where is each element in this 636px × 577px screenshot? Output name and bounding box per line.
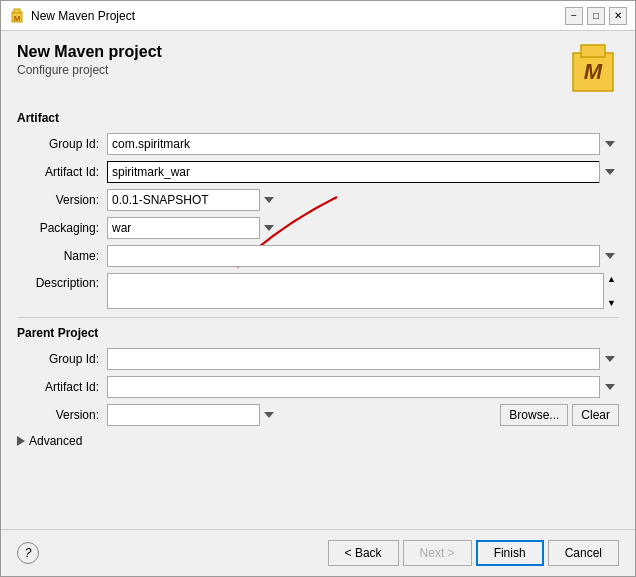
page-header-text: New Maven project Configure project [17,43,162,77]
svg-marker-13 [605,384,615,390]
footer-left: ? [17,542,39,564]
group-id-dropdown-arrow[interactable] [599,133,619,155]
name-label: Name: [17,249,107,263]
parent-version-label: Version: [17,408,107,422]
description-row: Description: ▲ ▼ [17,273,619,309]
name-dropdown-arrow[interactable] [599,245,619,267]
advanced-expand-icon [17,436,25,446]
footer: ? < Back Next > Finish Cancel [1,529,635,576]
maven-logo: M [567,43,619,95]
packaging-label: Packaging: [17,221,107,235]
browse-button[interactable]: Browse... [500,404,568,426]
title-bar: M New Maven Project − □ ✕ [1,1,635,31]
window: M New Maven Project − □ ✕ New Maven proj… [0,0,636,577]
form-area: Artifact Group Id: Artifact Id: [17,107,619,517]
version-select-wrapper: 0.0.1-SNAPSHOT [107,189,277,211]
description-scrollbar[interactable]: ▲ ▼ [603,273,619,309]
parent-group-id-label: Group Id: [17,352,107,366]
version-label: Version: [17,193,107,207]
parent-group-id-input[interactable] [107,348,619,370]
title-bar-controls: − □ ✕ [565,7,627,25]
finish-button[interactable]: Finish [476,540,544,566]
artifact-id-row: Artifact Id: [17,161,619,183]
name-row: Name: [17,245,619,267]
close-button[interactable]: ✕ [609,7,627,25]
footer-right: < Back Next > Finish Cancel [328,540,619,566]
group-id-combo [107,133,619,155]
svg-rect-4 [581,45,605,57]
parent-group-id-combo [107,348,619,370]
description-label: Description: [17,273,107,290]
artifact-section-header: Artifact [17,111,619,125]
parent-artifact-id-combo [107,376,619,398]
page-subtitle: Configure project [17,63,162,77]
svg-marker-7 [605,169,615,175]
svg-text:M: M [584,59,603,84]
minimize-button[interactable]: − [565,7,583,25]
packaging-select-wrapper: jar war ear pom [107,217,277,239]
maximize-button[interactable]: □ [587,7,605,25]
svg-rect-1 [14,9,20,13]
parent-version-row: Version: Browse... Clear [17,404,619,426]
parent-artifact-id-label: Artifact Id: [17,380,107,394]
back-button[interactable]: < Back [328,540,399,566]
maven-icon-small: M [9,8,25,24]
parent-artifact-id-dropdown-arrow[interactable] [599,376,619,398]
group-id-input[interactable] [107,133,619,155]
version-select[interactable]: 0.0.1-SNAPSHOT [107,189,277,211]
parent-version-select-wrapper [107,404,277,426]
svg-marker-12 [605,356,615,362]
page-title: New Maven project [17,43,162,61]
name-combo [107,245,619,267]
parent-version-select[interactable] [107,404,277,426]
divider-1 [17,317,619,318]
version-row: Version: 0.0.1-SNAPSHOT [17,189,619,211]
group-id-row: Group Id: [17,133,619,155]
svg-marker-11 [605,253,615,259]
parent-group-id-dropdown-arrow[interactable] [599,348,619,370]
parent-group-id-row: Group Id: [17,348,619,370]
svg-marker-6 [605,141,615,147]
packaging-select[interactable]: jar war ear pom [107,217,277,239]
advanced-row[interactable]: Advanced [17,434,619,448]
description-textarea-wrapper: ▲ ▼ [107,273,619,309]
artifact-id-dropdown-arrow[interactable] [599,161,619,183]
window-title: New Maven Project [31,9,135,23]
artifact-id-label: Artifact Id: [17,165,107,179]
packaging-row: Packaging: jar war ear pom [17,217,619,239]
advanced-label: Advanced [29,434,82,448]
page-header: New Maven project Configure project M [17,43,619,95]
next-button[interactable]: Next > [403,540,472,566]
artifact-id-input[interactable] [107,161,619,183]
clear-button[interactable]: Clear [572,404,619,426]
parent-artifact-id-row: Artifact Id: [17,376,619,398]
cancel-button[interactable]: Cancel [548,540,619,566]
name-input[interactable] [107,245,619,267]
title-bar-left: M New Maven Project [9,8,135,24]
parent-artifact-id-input[interactable] [107,376,619,398]
parent-section-header: Parent Project [17,326,619,340]
artifact-id-combo [107,161,619,183]
dialog-content: New Maven project Configure project M Ar… [1,31,635,529]
help-button[interactable]: ? [17,542,39,564]
svg-text:M: M [14,14,21,23]
group-id-label: Group Id: [17,137,107,151]
maven-logo-svg: M [567,43,619,95]
description-input[interactable] [107,273,619,309]
